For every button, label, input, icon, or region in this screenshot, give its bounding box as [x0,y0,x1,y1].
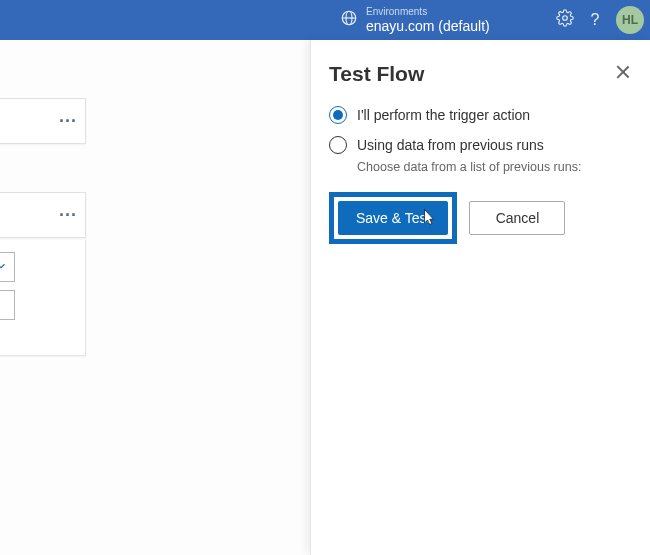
button-label: Cancel [496,210,540,226]
dropdown-field[interactable] [0,252,15,282]
radio-option-perform-trigger[interactable]: I'll perform the trigger action [329,106,632,124]
gear-icon[interactable] [556,9,574,31]
radio-hint: Choose data from a list of previous runs… [357,160,632,174]
svg-point-2 [563,16,568,21]
panel-button-row: Save & Test Cancel [329,192,632,244]
close-icon[interactable] [612,62,634,84]
panel-title: Test Flow [329,62,632,86]
avatar[interactable]: HL [616,6,644,34]
text-field[interactable] [0,290,15,320]
radio-label: I'll perform the trigger action [357,107,530,123]
help-icon[interactable]: ? [584,11,606,29]
ellipsis-icon[interactable]: ··· [59,205,77,226]
environment-name: enayu.com (default) [366,18,490,34]
flow-card[interactable]: ··· [0,192,86,238]
cancel-button[interactable]: Cancel [469,201,565,235]
environment-text: Environments enayu.com (default) [366,6,490,34]
radio-label: Using data from previous runs [357,137,544,153]
test-flow-panel: Test Flow I'll perform the trigger actio… [310,40,650,555]
environment-label: Environments [366,6,490,18]
save-test-highlight: Save & Test [329,192,457,244]
radio-icon [329,136,347,154]
radio-icon [329,106,347,124]
globe-icon [340,9,358,31]
environment-block[interactable]: Environments enayu.com (default) [340,0,490,40]
flow-card[interactable]: ··· [0,98,86,144]
radio-option-previous-runs[interactable]: Using data from previous runs [329,136,632,154]
button-label: Save & Test [356,210,430,226]
topbar-right: ? HL [556,0,644,40]
top-bar: Environments enayu.com (default) ? HL [0,0,650,40]
flow-canvas: ··· ··· [0,40,310,555]
flow-card-body [0,240,86,356]
chevron-down-icon [0,259,8,277]
ellipsis-icon[interactable]: ··· [59,111,77,132]
save-test-button[interactable]: Save & Test [338,201,448,235]
